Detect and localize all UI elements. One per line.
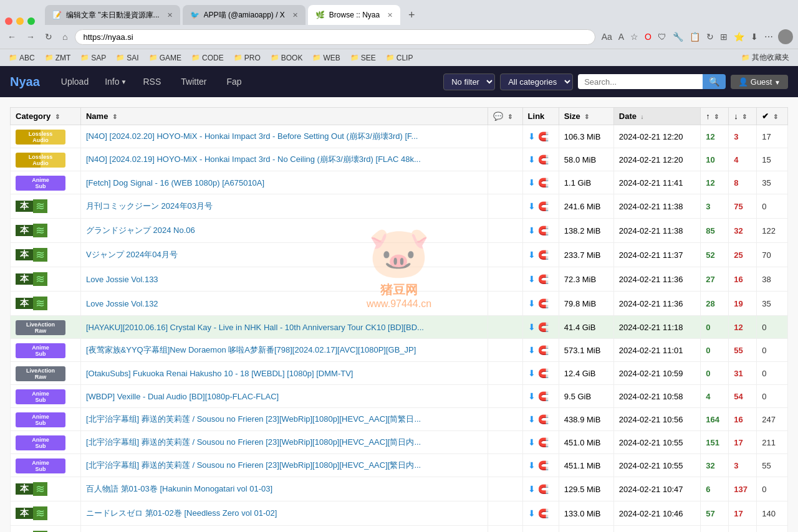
download-link-3[interactable]: ⬇ (528, 201, 536, 211)
address-bar[interactable] (75, 29, 595, 45)
torrent-link-16[interactable]: ニードレスゼロ 第01-02巻 [Needless Zero vol 01-02… (86, 508, 277, 518)
torrent-link-6[interactable]: Love Jossie Vol.133 (86, 275, 158, 284)
nav-info-dropdown[interactable]: Info ▼ (105, 77, 127, 87)
torrent-link-10[interactable]: [OtakuSubs] Fukuoka Renai Hakusho 10 - 1… (86, 369, 353, 378)
magnet-link-14[interactable]: 🧲 (538, 460, 549, 470)
magnet-link-16[interactable]: 🧲 (538, 508, 549, 518)
col-seeds[interactable]: ↑ ⇕ (701, 108, 729, 125)
window-min-btn[interactable] (16, 17, 24, 25)
torrent-link-3[interactable]: 月刊コミックジーン 2024年03月号 (86, 201, 213, 211)
download-link-14[interactable]: ⬇ (528, 460, 536, 470)
bookmark-game[interactable]: 📁 GAME (145, 52, 185, 64)
torrent-link-14[interactable]: [北宇治字幕组] 葬送的芙莉莲 / Sousou no Frieren [23]… (86, 460, 421, 470)
tab-3-close[interactable]: ✕ (387, 11, 393, 19)
bookmark-zmt[interactable]: 📁 ZMT (41, 52, 75, 64)
extension-icon-2[interactable]: 📋 (688, 31, 701, 43)
col-category[interactable]: Category ⇕ (11, 108, 81, 125)
torrent-link-8[interactable]: [HAYAKU][2010.06.16] Crystal Kay - Live … (86, 323, 424, 332)
download-link-7[interactable]: ⬇ (528, 298, 536, 308)
bookmark-sap[interactable]: 📁 SAP (77, 52, 110, 64)
nav-fap[interactable]: Fap (223, 74, 245, 89)
magnet-link-15[interactable]: 🧲 (538, 484, 549, 494)
torrent-link-1[interactable]: [N4O] [2024.02.19] HOYO-MiX - Honkai Imp… (86, 154, 421, 164)
col-date[interactable]: Date ↓ (613, 108, 700, 125)
filter-select[interactable]: No filter (443, 74, 495, 90)
download-link-8[interactable]: ⬇ (528, 322, 536, 332)
bookmark-more[interactable]: 📁 其他收藏夹 (738, 51, 793, 64)
magnet-link-6[interactable]: 🧲 (538, 274, 549, 284)
tab-1-close[interactable]: ✕ (167, 11, 173, 19)
bookmark-pro[interactable]: 📁 PRO (230, 52, 264, 64)
download-link-2[interactable]: ⬇ (528, 178, 536, 188)
download-link-16[interactable]: ⬇ (528, 508, 536, 518)
download-link-4[interactable]: ⬇ (528, 226, 536, 235)
magnet-link-3[interactable]: 🧲 (538, 201, 549, 211)
col-size[interactable]: Size ⇕ (559, 108, 613, 125)
menu-icon[interactable]: ⋯ (763, 31, 774, 43)
bookmark-code[interactable]: 📁 CODE (188, 52, 228, 64)
torrent-link-2[interactable]: [Fetch] Dog Signal - 16 (WEB 1080p) [A67… (86, 178, 264, 188)
magnet-link-0[interactable]: 🧲 (538, 131, 549, 141)
star-icon[interactable]: ☆ (629, 31, 640, 43)
tab-grid-icon[interactable]: ⊞ (719, 31, 729, 43)
avatar-icon[interactable] (778, 29, 793, 44)
home-btn[interactable]: ⌂ (60, 31, 70, 43)
bookmark-see[interactable]: 📁 SEE (347, 52, 380, 64)
download-link-11[interactable]: ⬇ (528, 391, 536, 401)
download-link-0[interactable]: ⬇ (528, 131, 536, 141)
magnet-link-10[interactable]: 🧲 (538, 368, 549, 378)
tab-2-close[interactable]: ✕ (292, 11, 298, 19)
guest-button[interactable]: 👤 Guest ▼ (731, 75, 788, 89)
translate-icon[interactable]: Aa (600, 31, 613, 43)
download-link-6[interactable]: ⬇ (528, 274, 536, 284)
bookmark-sai[interactable]: 📁 SAI (112, 52, 142, 64)
search-button[interactable]: 🔍 (703, 74, 726, 89)
download-link-10[interactable]: ⬇ (528, 368, 536, 378)
forward-btn[interactable]: → (24, 31, 37, 43)
reader-icon[interactable]: A (617, 31, 625, 43)
download-link-12[interactable]: ⬇ (528, 414, 536, 424)
tab-1[interactable]: 📝 编辑文章 "未日動漫資源庫... ✕ (45, 5, 180, 25)
col-completed[interactable]: ✔ ⇕ (757, 108, 788, 125)
sync-icon[interactable]: ↻ (705, 31, 715, 43)
download-icon[interactable]: ⬇ (749, 31, 759, 43)
extension-icon-1[interactable]: 🔧 (671, 31, 685, 43)
search-input[interactable] (578, 74, 703, 89)
opera-icon[interactable]: O (643, 31, 653, 43)
magnet-link-12[interactable]: 🧲 (538, 414, 549, 424)
magnet-link-11[interactable]: 🧲 (538, 391, 549, 401)
category-select[interactable]: All categories (500, 74, 573, 90)
refresh-btn[interactable]: ↻ (42, 31, 55, 43)
window-max-btn[interactable] (27, 17, 35, 25)
shield-icon[interactable]: 🛡 (656, 31, 668, 43)
torrent-link-12[interactable]: [北宇治字幕组] 葬送的芙莉莲 / Sousou no Frieren [23]… (86, 414, 421, 424)
bookmark-abc[interactable]: 📁 ABC (5, 52, 39, 64)
torrent-link-5[interactable]: Vジャンプ 2024年04月号 (86, 250, 178, 259)
new-tab-btn[interactable]: + (403, 6, 420, 24)
back-btn[interactable]: ← (5, 31, 19, 43)
torrent-link-0[interactable]: [N4O] [2024.02.20] HOYO-MiX - Honkai Imp… (86, 131, 418, 141)
download-link-5[interactable]: ⬇ (528, 250, 536, 260)
torrent-link-13[interactable]: [北宇治字幕组] 葬送的芙莉莲 / Sousou no Frieren [23]… (86, 437, 421, 447)
torrent-link-11[interactable]: [WBDP] Vexille - Dual Audio [BD][1080p-F… (86, 392, 279, 401)
magnet-link-13[interactable]: 🧲 (538, 437, 549, 447)
bookmark-clip[interactable]: 📁 CLIP (382, 52, 417, 64)
download-link-15[interactable]: ⬇ (528, 484, 536, 494)
nav-twitter[interactable]: Twitter (177, 74, 210, 89)
magnet-link-2[interactable]: 🧲 (538, 178, 549, 188)
col-name[interactable]: Name ⇕ (80, 108, 488, 125)
download-link-13[interactable]: ⬇ (528, 437, 536, 447)
magnet-link-8[interactable]: 🧲 (538, 322, 549, 332)
download-link-9[interactable]: ⬇ (528, 345, 536, 355)
torrent-link-15[interactable]: 百人物語 第01-03巻 [Hakunin Monogatari vol 01-… (86, 484, 272, 493)
bookmark-web[interactable]: 📁 WEB (309, 52, 344, 64)
tab-2[interactable]: 🐦 APP喵 (@amiaoapp) / X ✕ (183, 5, 305, 25)
window-close-btn[interactable] (5, 17, 12, 25)
col-comments[interactable]: 💬 ⇕ (488, 108, 522, 125)
magnet-link-9[interactable]: 🧲 (538, 345, 549, 355)
torrent-link-4[interactable]: グランドジャンプ 2024 No.06 (86, 226, 195, 235)
torrent-link-9[interactable]: [夜莺家族&YYQ字幕组]New Doraemon 哆啦A梦新番[798][20… (86, 345, 416, 354)
magnet-link-7[interactable]: 🧲 (538, 298, 549, 308)
col-leeches[interactable]: ↓ ⇕ (729, 108, 757, 125)
nav-rss[interactable]: RSS (139, 74, 165, 89)
